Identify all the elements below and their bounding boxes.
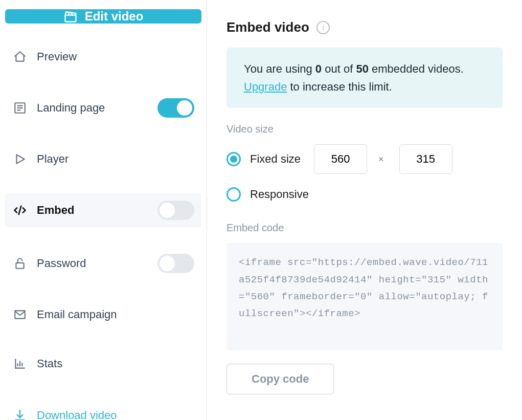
landing-toggle[interactable] bbox=[157, 98, 194, 118]
svg-line-5 bbox=[19, 206, 21, 214]
quota-notice: You are using 0 out of 50 embedded video… bbox=[226, 48, 503, 108]
responsive-label: Responsive bbox=[250, 188, 309, 201]
sidebar-item-label: Embed bbox=[37, 204, 148, 217]
svg-rect-6 bbox=[16, 263, 24, 269]
sidebar-item-label: Download video bbox=[37, 409, 194, 420]
embed-toggle[interactable] bbox=[157, 201, 194, 220]
play-icon bbox=[12, 151, 28, 167]
title-text: Embed video bbox=[226, 19, 309, 35]
embed-code-label: Embed code bbox=[226, 222, 503, 234]
times-symbol: × bbox=[378, 154, 384, 165]
info-icon[interactable]: i bbox=[316, 21, 330, 34]
sidebar-item-player[interactable]: Player bbox=[5, 144, 201, 174]
page-icon bbox=[12, 100, 28, 116]
video-size-label: Video size bbox=[226, 123, 503, 135]
copy-code-button[interactable]: Copy code bbox=[226, 364, 334, 394]
fixed-size-label: Fixed size bbox=[250, 152, 301, 166]
sidebar-item-label: Password bbox=[37, 257, 148, 270]
sidebar-item-landing[interactable]: Landing page bbox=[5, 91, 201, 125]
sidebar-item-preview[interactable]: Preview bbox=[5, 42, 201, 72]
svg-marker-4 bbox=[17, 154, 25, 163]
embed-code-box[interactable]: <iframe src="https://embed.wave.video/71… bbox=[226, 243, 503, 350]
width-input[interactable] bbox=[314, 144, 367, 174]
upgrade-link[interactable]: Upgrade bbox=[244, 80, 287, 93]
responsive-row[interactable]: Responsive bbox=[226, 187, 503, 202]
lock-icon bbox=[12, 256, 28, 271]
sidebar-item-label: Landing page bbox=[37, 101, 148, 115]
sidebar-item-label: Preview bbox=[37, 50, 194, 63]
mail-icon bbox=[12, 307, 28, 322]
edit-video-button[interactable]: Edit video bbox=[5, 9, 201, 24]
total-count: 50 bbox=[356, 62, 368, 75]
sidebar-item-label: Stats bbox=[37, 357, 194, 370]
responsive-radio[interactable] bbox=[226, 187, 241, 202]
height-input[interactable] bbox=[399, 144, 452, 174]
edit-video-label: Edit video bbox=[85, 9, 144, 24]
fixed-size-row[interactable]: Fixed size × bbox=[226, 144, 503, 174]
page-title: Embed video i bbox=[226, 19, 503, 35]
sidebar-item-password[interactable]: Password bbox=[5, 247, 201, 280]
code-icon bbox=[12, 203, 28, 218]
clapperboard-icon bbox=[63, 9, 78, 24]
sidebar-item-label: Email campaign bbox=[37, 308, 194, 321]
download-icon bbox=[12, 408, 28, 420]
home-icon bbox=[12, 49, 28, 64]
sidebar-item-label: Player bbox=[37, 152, 194, 166]
fixed-size-radio[interactable] bbox=[226, 152, 241, 166]
sidebar-item-stats[interactable]: Stats bbox=[5, 349, 201, 379]
sidebar-item-download[interactable]: Download video bbox=[5, 401, 201, 420]
sidebar-item-email[interactable]: Email campaign bbox=[5, 300, 201, 329]
password-toggle[interactable] bbox=[157, 254, 194, 273]
used-count: 0 bbox=[315, 62, 322, 75]
chart-icon bbox=[12, 356, 28, 371]
sidebar-item-embed[interactable]: Embed bbox=[5, 193, 201, 227]
